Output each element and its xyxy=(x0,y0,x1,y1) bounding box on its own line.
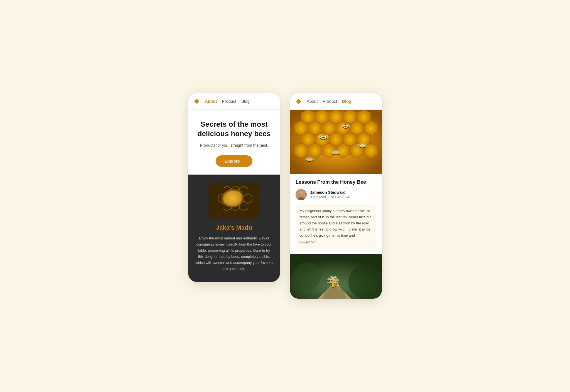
product-description: Enjoy the most natural and authentic way… xyxy=(195,235,273,272)
svg-point-84 xyxy=(327,282,330,283)
svg-point-90 xyxy=(348,265,382,299)
nav-product-1[interactable]: Product xyxy=(222,99,236,104)
hero-title: Secrets of the most delicious honey bees xyxy=(195,120,273,139)
phone-frame-1: About Product Blog Secrets of the most d… xyxy=(188,93,280,282)
meta-separator xyxy=(328,197,329,198)
nav-product-2[interactable]: Product xyxy=(323,99,337,104)
hero-section: Secrets of the most delicious honey bees… xyxy=(188,110,280,175)
svg-point-65 xyxy=(299,191,303,195)
hero-subtitle: Products for you, straight from the nest… xyxy=(195,142,273,148)
author-info: Jameson Stedward 3 min read 28 Dec 2024 xyxy=(310,190,349,199)
publish-date: 28 Dec 2024 xyxy=(330,195,349,199)
svg-point-89 xyxy=(293,263,321,290)
blog-excerpt: My neighbour kindly cuts my lawn for me,… xyxy=(296,204,376,249)
nav-about-1[interactable]: About xyxy=(205,99,217,104)
svg-point-86 xyxy=(336,283,339,285)
screens-container: About Product Blog Secrets of the most d… xyxy=(188,93,382,299)
nav-2: About Product Blog xyxy=(290,93,382,110)
explore-label: Explore xyxy=(225,159,240,163)
nav-links-1: About Product Blog xyxy=(205,99,250,104)
author-meta: 3 min read 28 Dec 2024 xyxy=(310,195,349,199)
nav-links-2: About Product Blog xyxy=(307,99,351,104)
honeycomb-image xyxy=(209,183,259,219)
author-row: Jameson Stedward 3 min read 28 Dec 2024 xyxy=(296,189,376,200)
read-time: 3 min read xyxy=(310,195,326,199)
logo-icon-1 xyxy=(194,98,200,104)
nav-blog-2[interactable]: Blog xyxy=(342,99,351,104)
blog-content: Lessons From the Honey Bee Jameson Stedw… xyxy=(290,174,382,254)
nav-about-2[interactable]: About xyxy=(307,99,318,104)
explore-arrow: › xyxy=(242,159,244,163)
nav-1: About Product Blog xyxy=(188,93,280,110)
blog-title: Lessons From the Honey Bee xyxy=(296,179,376,185)
svg-marker-0 xyxy=(194,99,199,104)
product-section: Jaka's Madu Enjoy the most natural and a… xyxy=(188,175,280,282)
nav-blog-1[interactable]: Blog xyxy=(241,99,250,104)
author-name: Jameson Stedward xyxy=(310,190,349,195)
second-blog-image xyxy=(290,254,382,299)
logo-icon-2 xyxy=(296,98,302,104)
explore-button[interactable]: Explore › xyxy=(216,155,252,167)
blog-hero-image xyxy=(290,110,382,174)
product-name: Jaka's Madu xyxy=(195,224,273,231)
svg-marker-12 xyxy=(296,99,301,104)
excerpt-text: My neighbour kindly cuts my lawn for me,… xyxy=(299,208,372,245)
phone-frame-2: About Product Blog xyxy=(290,93,382,299)
author-avatar xyxy=(296,189,307,200)
